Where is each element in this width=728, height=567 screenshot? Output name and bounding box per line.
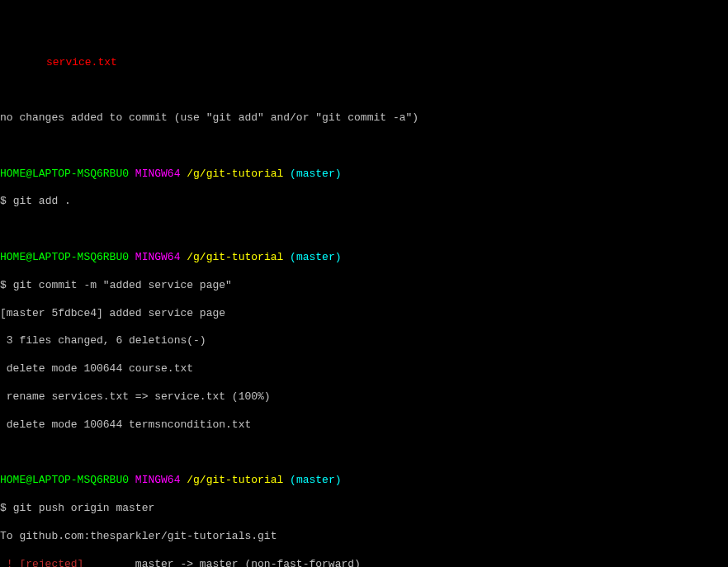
modified-file: service.txt [0, 56, 728, 70]
prompt-path: /g/git-tutorial [187, 251, 283, 263]
blank-line [0, 447, 728, 461]
no-changes-msg: no changes added to commit (use "git add… [0, 111, 728, 125]
prompt-shell: MINGW64 [135, 251, 181, 263]
prompt-branch: (master) [290, 168, 341, 180]
command-line[interactable]: $ git add . [0, 195, 728, 209]
output-line: 3 files changed, 6 deletions(-) [0, 334, 728, 348]
blank-line [0, 139, 728, 154]
prompt-path: /g/git-tutorial [187, 168, 283, 180]
cmd-git-add: git add . [13, 195, 71, 207]
command-line[interactable]: $ git commit -m "added service page" [0, 279, 728, 293]
prompt-line: HOME@LAPTOP-MSQ6RBU0 MINGW64 /g/git-tuto… [0, 168, 728, 182]
rejected-rest: master -> master (non-fast-forward) [83, 558, 360, 567]
prompt-user: HOME@LAPTOP-MSQ6RBU0 [0, 168, 129, 180]
cmd-git-push: git push origin master [13, 502, 155, 514]
prompt-branch: (master) [290, 251, 341, 263]
prompt-user: HOME@LAPTOP-MSQ6RBU0 [0, 251, 129, 263]
rejected-bang: ! [rejected] [0, 558, 83, 567]
output-line: To github.com:thesparkler/git-tutorials.… [0, 530, 728, 544]
output-line: rename services.txt => service.txt (100%… [0, 390, 728, 404]
prompt-shell: MINGW64 [135, 474, 181, 486]
blank-line [0, 83, 728, 97]
prompt-branch: (master) [290, 474, 341, 486]
output-line: [master 5fdbce4] added service page [0, 307, 728, 321]
prompt-line: HOME@LAPTOP-MSQ6RBU0 MINGW64 /g/git-tuto… [0, 474, 728, 488]
prompt-user: HOME@LAPTOP-MSQ6RBU0 [0, 474, 129, 486]
prompt-line: HOME@LAPTOP-MSQ6RBU0 MINGW64 /g/git-tuto… [0, 251, 728, 265]
blank-line [0, 223, 728, 237]
rejected-line: ! [rejected] master -> master (non-fast-… [0, 558, 728, 567]
output-line: delete mode 100644 course.txt [0, 362, 728, 376]
output-line: delete mode 100644 termsncondition.txt [0, 418, 728, 432]
command-line[interactable]: $ git push origin master [0, 502, 728, 516]
cmd-git-commit: git commit -m "added service page" [13, 279, 232, 291]
prompt-shell: MINGW64 [135, 168, 181, 180]
prompt-path: /g/git-tutorial [187, 474, 283, 486]
